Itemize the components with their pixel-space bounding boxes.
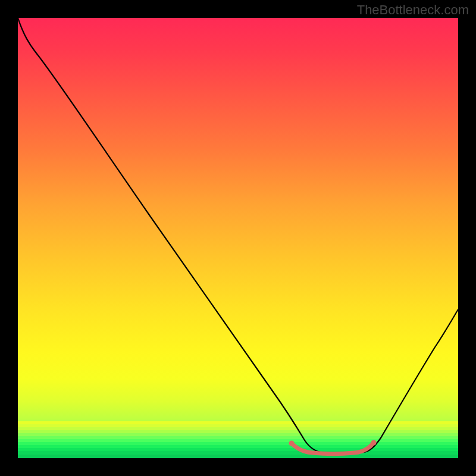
- optimal-zone-path: [292, 443, 374, 454]
- chart-area: [18, 18, 458, 458]
- optimal-zone-endpoint: [289, 441, 295, 446]
- optimal-zone-endpoint: [371, 440, 377, 446]
- chart-svg: [18, 18, 458, 458]
- watermark-text: TheBottleneck.com: [357, 2, 469, 18]
- bottleneck-curve-path: [18, 18, 458, 453]
